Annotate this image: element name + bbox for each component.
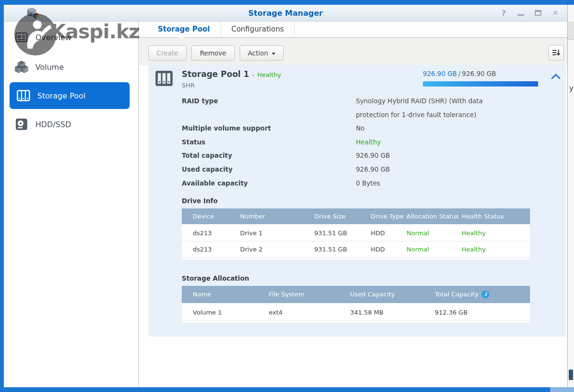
- sidebar-item-label: Overview: [35, 33, 71, 42]
- table-row[interactable]: ds213 Drive 1 931.51 GB HDD Normal Healt…: [182, 225, 530, 241]
- sidebar-item-storage-pool[interactable]: Storage Pool: [10, 82, 130, 109]
- minimize-button[interactable]: [517, 9, 525, 17]
- background-fragment-dark: [569, 370, 573, 380]
- collapse-all-icon: [552, 49, 560, 57]
- capacity-progress-bar: [423, 81, 538, 87]
- detail-row: Total capacity926.90 GB: [182, 149, 510, 163]
- window-border-light-segment: [550, 387, 574, 392]
- capacity-total: 926.90 GB: [462, 70, 496, 77]
- remove-button[interactable]: Remove: [191, 45, 235, 61]
- table-row[interactable]: Volume 1 ext4 341.58 MB 912.36 GB: [182, 304, 530, 321]
- pool-raid-subtitle: SHR: [182, 82, 195, 89]
- tab-configurations[interactable]: Configurations: [221, 22, 295, 38]
- sidebar-item-hdd-ssd[interactable]: HDD/SSD: [4, 114, 139, 135]
- overview-icon: [14, 31, 29, 44]
- background-edge-text: y: [569, 84, 574, 93]
- sidebar-item-volume[interactable]: Volume: [4, 56, 139, 77]
- tab-bar: Storage Pool Configurations: [139, 22, 567, 38]
- status-value: Healthy: [356, 135, 510, 149]
- background-fragment: [568, 22, 574, 40]
- info-icon[interactable]: i: [482, 291, 489, 298]
- maximize-icon: [535, 10, 541, 16]
- window-border-bottom: [0, 387, 574, 392]
- window-title: Storage Manager: [4, 9, 567, 18]
- sidebar-item-label: Storage Pool: [37, 91, 86, 100]
- storage-pool-icon: [16, 90, 31, 101]
- main-content: Storage Pool Configurations Create Remov…: [139, 22, 567, 387]
- capacity-text: 926.90 GB/926.90 GB: [423, 70, 496, 77]
- storage-allocation-table: Name File System Used Capacity Total Cap…: [182, 286, 530, 323]
- pool-title: Storage Pool 1: [182, 69, 249, 79]
- detail-row: Used capacity926.90 GB: [182, 163, 510, 176]
- collapse-panel-chevron-up-icon[interactable]: [551, 73, 561, 82]
- background-window-sliver: y: [567, 5, 574, 387]
- table-header: Name File System Used Capacity Total Cap…: [182, 286, 530, 303]
- action-dropdown-button[interactable]: Action: [240, 45, 284, 61]
- collapse-all-button[interactable]: [548, 45, 564, 61]
- sidebar-item-label: Volume: [35, 63, 64, 72]
- pool-status-badge: Healthy: [257, 71, 281, 78]
- detail-row: Multiple volume supportNo: [182, 121, 510, 135]
- capacity-used: 926.90 GB: [423, 70, 457, 77]
- sidebar-item-overview[interactable]: Overview: [4, 27, 139, 48]
- close-button[interactable]: ✕: [551, 9, 560, 17]
- detail-row: RAID typeSynology Hybrid RAID (SHR) (Wit…: [182, 94, 510, 121]
- window-controls: ? ✕: [499, 8, 560, 18]
- help-button[interactable]: ?: [499, 9, 508, 17]
- volume-icon: [14, 60, 29, 74]
- sidebar-item-label: HDD/SSD: [35, 120, 71, 129]
- table-row[interactable]: ds213 Drive 2 931.51 GB HDD Normal Healt…: [182, 241, 530, 258]
- toolbar: Create Remove Action: [139, 38, 567, 65]
- capacity-progress-fill: [423, 81, 538, 87]
- drive-info-table: Device Number Drive Size Drive Type Allo…: [182, 208, 530, 260]
- pool-details: RAID typeSynology Hybrid RAID (SHR) (Wit…: [182, 94, 510, 190]
- storage-allocation-title: Storage Allocation: [182, 274, 249, 282]
- sidebar: Overview Volume Storage Pool: [4, 22, 139, 387]
- caret-down-icon: [272, 53, 276, 55]
- disk-array-icon: [155, 70, 173, 88]
- maximize-button[interactable]: [534, 9, 542, 17]
- window-border-top: [0, 0, 574, 5]
- table-header: Device Number Drive Size Drive Type Allo…: [182, 208, 530, 224]
- storage-pool-panel: Storage Pool 1 - Healthy SHR 926.90 GB/9…: [148, 65, 566, 337]
- create-button[interactable]: Create: [148, 45, 187, 61]
- hdd-icon: [14, 118, 29, 131]
- drive-info-title: Drive Info: [182, 197, 218, 205]
- detail-row: StatusHealthy: [182, 135, 510, 149]
- minimize-icon: [518, 14, 524, 16]
- detail-row: Available capacity0 Bytes: [182, 176, 510, 190]
- tab-storage-pool[interactable]: Storage Pool: [147, 22, 221, 38]
- window-border-left: [0, 0, 4, 392]
- titlebar[interactable]: Storage Manager ? ✕: [4, 5, 567, 22]
